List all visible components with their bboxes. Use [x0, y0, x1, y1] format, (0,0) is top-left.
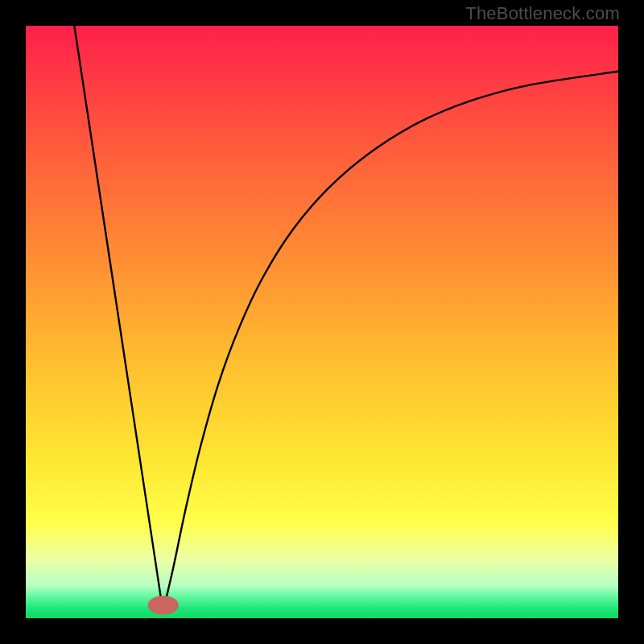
plot-svg: [26, 26, 618, 618]
gradient-background: [26, 26, 618, 618]
chart-frame: TheBottleneck.com: [0, 0, 644, 644]
watermark-text: TheBottleneck.com: [465, 3, 620, 24]
plot-area: [26, 26, 618, 618]
minimum-marker: [148, 596, 179, 615]
